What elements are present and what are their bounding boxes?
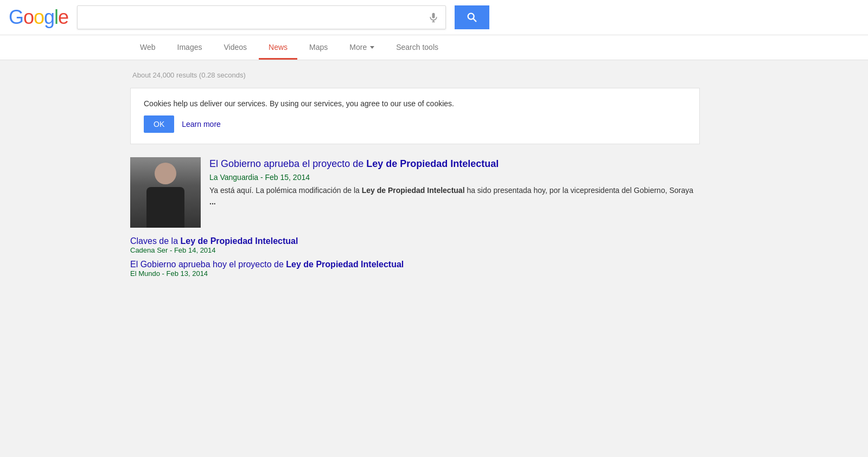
- mic-button[interactable]: [422, 11, 445, 24]
- sub-result: El Gobierno aprueba hoy el proyecto de L…: [130, 260, 700, 278]
- nav-item-news[interactable]: News: [259, 35, 297, 60]
- result-content: El Gobierno aprueba el proyecto de Ley d…: [209, 157, 700, 208]
- search-bar: ley de propiedad intelectual: [77, 5, 446, 29]
- nav-item-videos[interactable]: Videos: [214, 35, 257, 60]
- sub-result-title-link-2[interactable]: El Gobierno aprueba hoy el proyecto de L…: [130, 260, 404, 269]
- nav-item-web[interactable]: Web: [130, 35, 165, 60]
- sub-results: Claves de la Ley de Propiedad Intelectua…: [130, 236, 700, 278]
- search-icon: [466, 11, 478, 23]
- source-name: La Vanguardia: [209, 173, 258, 182]
- chevron-down-icon: [370, 46, 374, 49]
- search-input[interactable]: ley de propiedad intelectual: [78, 12, 422, 23]
- sub-result-source-1: Cadena Ser - Feb 14, 2014: [130, 246, 700, 254]
- nav-item-search-tools[interactable]: Search tools: [386, 35, 448, 60]
- result-source: La Vanguardia - Feb 15, 2014: [209, 173, 700, 182]
- result-with-image: El Gobierno aprueba el proyecto de Ley d…: [130, 157, 700, 228]
- logo-text: Google: [9, 6, 68, 29]
- learn-more-link[interactable]: Learn more: [182, 120, 221, 128]
- svg-line-4: [473, 18, 476, 21]
- result-snippet: Ya está aquí. La polémica modificación d…: [209, 185, 700, 208]
- google-logo: Google: [9, 6, 68, 29]
- header: Google ley de propiedad intelectual: [0, 0, 868, 35]
- result-item: El Gobierno aprueba el proyecto de Ley d…: [130, 157, 700, 278]
- sub-result-source-2: El Mundo - Feb 13, 2014: [130, 269, 700, 278]
- ok-button[interactable]: OK: [144, 115, 174, 133]
- search-nav: Web Images Videos News Maps More Search …: [0, 35, 868, 60]
- results-info: About 24,000 results (0.28 seconds): [130, 71, 868, 79]
- sub-result: Claves de la Ley de Propiedad Intelectua…: [130, 236, 700, 254]
- person-image: [130, 157, 201, 228]
- nav-item-images[interactable]: Images: [168, 35, 212, 60]
- result-image: [130, 157, 201, 228]
- source-date: - Feb 15, 2014: [260, 173, 310, 182]
- cookie-text: Cookies help us deliver our services. By…: [144, 99, 686, 108]
- result-title-link[interactable]: El Gobierno aprueba el proyecto de Ley d…: [209, 157, 700, 171]
- cookie-actions: OK Learn more: [144, 115, 686, 133]
- cookie-notice: Cookies help us deliver our services. By…: [130, 88, 700, 144]
- main-content: About 24,000 results (0.28 seconds) Cook…: [0, 60, 868, 299]
- nav-item-more[interactable]: More: [340, 35, 384, 60]
- nav-item-maps[interactable]: Maps: [299, 35, 337, 60]
- sub-result-title-link-1[interactable]: Claves de la Ley de Propiedad Intelectua…: [130, 236, 298, 246]
- more-label: More: [349, 43, 367, 52]
- svg-rect-0: [432, 13, 435, 18]
- search-button[interactable]: [455, 5, 489, 29]
- mic-icon: [428, 11, 439, 24]
